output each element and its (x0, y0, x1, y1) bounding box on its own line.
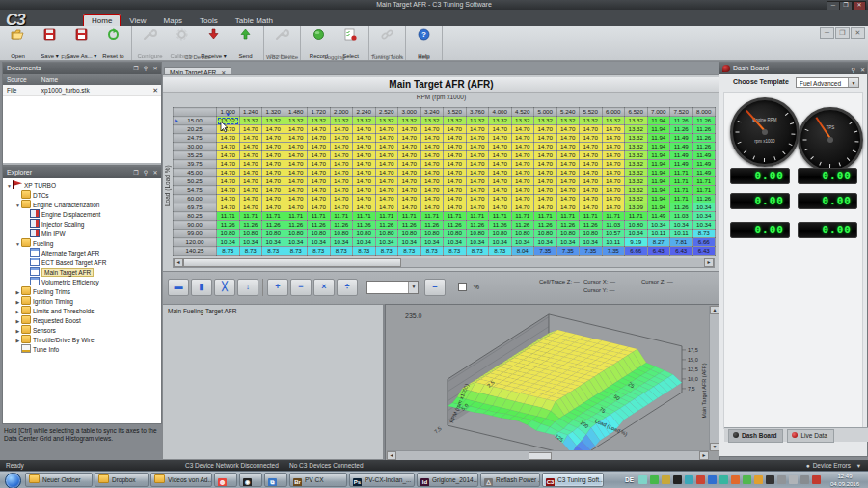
math-value-combobox[interactable]: ▼ (366, 281, 419, 294)
tree-item-alternate-target-afr[interactable]: Alternate Target AFR (3, 248, 161, 258)
rpm-header-cell[interactable]: 1.480 (285, 108, 308, 117)
afr-cell[interactable]: 14.70 (534, 203, 557, 212)
afr-cell[interactable]: 8.73 (330, 247, 353, 256)
afr-cell[interactable]: 14.70 (489, 151, 512, 160)
afr-cell[interactable]: 14.70 (602, 125, 625, 134)
afr-cell[interactable]: 11.26 (692, 195, 716, 203)
afr-cell[interactable]: 11.26 (217, 221, 240, 230)
tree-item-throttle-drive-by-wire[interactable]: ▶Throttle/Drive By Wire (3, 335, 161, 344)
load-header-cell[interactable]: 120.00 (174, 238, 217, 247)
scroll-right-icon[interactable]: ► (699, 451, 709, 460)
dashboard-tab-live-data[interactable]: Live Data (787, 429, 833, 443)
afr-cell[interactable]: 6.43 (692, 247, 716, 256)
rpm-header-cell[interactable]: 5.000 (534, 108, 557, 117)
rpm-header-cell[interactable]: 6.520 (625, 108, 648, 117)
taskbar-button-neuer-ordner[interactable]: Neuer Ordner (25, 473, 93, 487)
afr-cell[interactable]: 11.94 (647, 160, 670, 169)
afr-cell[interactable]: 14.70 (398, 177, 421, 186)
afr-cell[interactable]: 14.70 (602, 195, 625, 203)
afr-cell[interactable]: 7.35 (556, 247, 580, 256)
pin-icon[interactable]: ⚲ (142, 65, 149, 72)
afr-cell[interactable]: 11.26 (420, 221, 444, 230)
dashboard-tab-dash-board[interactable]: Dash Board (728, 429, 783, 443)
rpm-header-cell[interactable]: 3.240 (420, 108, 444, 117)
rpm-header-cell[interactable]: 2.240 (353, 108, 376, 117)
ribbon-restore-icon[interactable]: ❐ (835, 27, 850, 39)
afr-cell[interactable]: 14.70 (534, 177, 557, 186)
afr-cell[interactable]: 10.34 (511, 238, 534, 247)
percent-checkbox[interactable] (458, 283, 467, 291)
afr-cell[interactable]: 10.34 (444, 238, 467, 247)
afr-cell[interactable]: 14.70 (489, 195, 512, 203)
afr-cell[interactable]: 11.94 (647, 143, 670, 151)
afr-cell[interactable]: 11.71 (692, 177, 716, 186)
afr-cell[interactable]: 9.19 (625, 238, 648, 247)
afr-cell[interactable]: 11.26 (444, 221, 467, 230)
afr-cell[interactable]: 14.70 (602, 203, 625, 212)
tray-icon[interactable] (696, 475, 705, 484)
afr-cell[interactable]: 14.70 (217, 160, 240, 169)
rpm-header-cell[interactable]: 7.000 (647, 108, 670, 117)
afr-cell[interactable]: 10.34 (353, 238, 376, 247)
afr-cell[interactable]: 14.70 (217, 125, 240, 134)
afr-cell[interactable]: 11.94 (647, 151, 670, 160)
afr-cell[interactable]: 14.70 (375, 134, 398, 143)
afr-cell[interactable]: 13.32 (330, 117, 353, 125)
afr-cell[interactable]: 11.71 (670, 186, 693, 195)
afr-cell[interactable]: 14.70 (217, 169, 240, 177)
afr-cell[interactable]: 14.70 (285, 125, 308, 134)
tray-icon[interactable] (777, 475, 786, 484)
afr-cell[interactable]: 11.94 (647, 117, 670, 125)
afr-cell[interactable]: 14.70 (602, 151, 625, 160)
afr-cell[interactable]: 8.73 (489, 247, 512, 256)
afr-cell[interactable]: 14.70 (511, 151, 534, 160)
rpm-header-cell[interactable]: 5.240 (556, 108, 580, 117)
afr-cell[interactable]: 14.70 (308, 203, 331, 212)
afr-cell[interactable]: 11.71 (217, 212, 240, 221)
afr-cell[interactable]: 14.70 (511, 177, 534, 186)
afr-cell[interactable]: 11.26 (580, 221, 603, 230)
taskbar-button-pv-cx-indian[interactable]: PsPV-CX-Indian_... (349, 473, 415, 487)
afr-cell[interactable]: 14.70 (285, 195, 308, 203)
scrollbar-thumb[interactable] (529, 452, 552, 460)
afr-cell[interactable]: 11.94 (647, 203, 670, 212)
taskbar-button-grigione-2014[interactable]: IdGrigione_2014... (417, 473, 478, 487)
rpm-header-cell[interactable]: 4.520 (511, 108, 534, 117)
afr-cell[interactable]: 10.80 (375, 230, 398, 238)
rpm-header-cell[interactable]: 4.000 (489, 108, 512, 117)
afr-cell[interactable]: 14.70 (217, 143, 240, 151)
load-header-cell[interactable]: 60.00 (174, 195, 217, 203)
afr-cell[interactable]: 10.57 (602, 230, 625, 238)
afr-cell[interactable]: 8.73 (285, 247, 308, 256)
afr-cell[interactable]: 10.34 (285, 238, 308, 247)
afr-cell[interactable]: 14.70 (285, 203, 308, 212)
afr-cell[interactable]: 8.73 (692, 230, 716, 238)
taskbar-button-network[interactable]: ⧉ (264, 473, 287, 487)
afr-cell[interactable]: 10.11 (670, 230, 693, 238)
afr-cell[interactable]: 14.70 (580, 169, 603, 177)
afr-cell[interactable]: 14.70 (556, 177, 580, 186)
afr-cell[interactable]: 11.71 (625, 212, 648, 221)
afr-cell[interactable]: 14.70 (489, 169, 512, 177)
afr-cell[interactable]: 14.70 (444, 169, 467, 177)
afr-cell[interactable]: 8.04 (511, 247, 534, 256)
afr-cell[interactable]: 14.70 (262, 125, 285, 134)
afr-cell[interactable]: 14.70 (556, 195, 580, 203)
template-select[interactable]: Fuel Advanced ▼ (796, 77, 859, 88)
tree-item-requested-boost[interactable]: ▶Requested Boost (3, 315, 161, 325)
afr-cell[interactable]: 14.70 (353, 160, 376, 169)
afr-cell[interactable]: 14.70 (330, 203, 353, 212)
afr-cell[interactable]: 14.70 (489, 186, 512, 195)
afr-cell[interactable]: 13.32 (375, 117, 398, 125)
afr-cell[interactable]: 11.49 (670, 151, 693, 160)
afr-cell[interactable]: 10.34 (534, 238, 557, 247)
afr-cell[interactable]: 13.32 (625, 160, 648, 169)
load-header-cell[interactable]: 99.00 (174, 230, 217, 238)
afr-cell[interactable]: 14.70 (602, 186, 625, 195)
afr-cell[interactable]: 14.70 (602, 134, 625, 143)
rpm-header-cell[interactable]: 2.000 (330, 108, 353, 117)
afr-cell[interactable]: 11.49 (670, 134, 693, 143)
close-icon[interactable]: ✕ (151, 169, 159, 176)
afr-cell[interactable]: 10.80 (285, 230, 308, 238)
afr-cell[interactable]: 14.70 (580, 125, 603, 134)
